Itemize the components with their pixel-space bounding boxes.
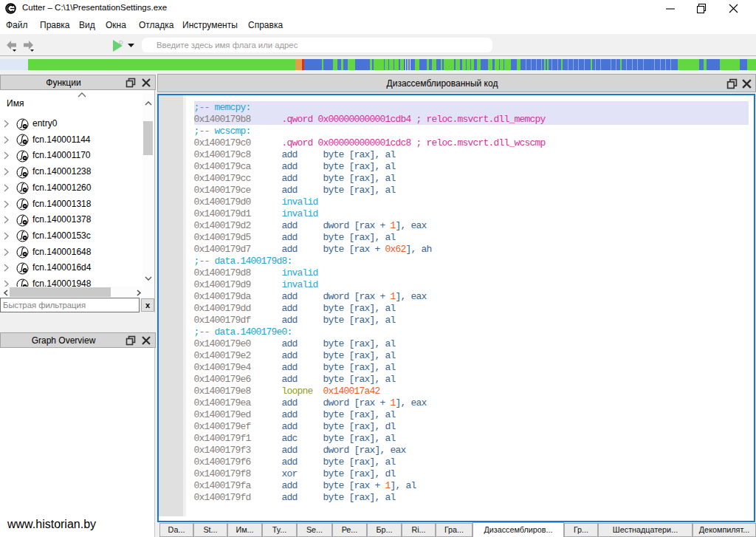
svg-text:D: D: [119, 39, 123, 46]
